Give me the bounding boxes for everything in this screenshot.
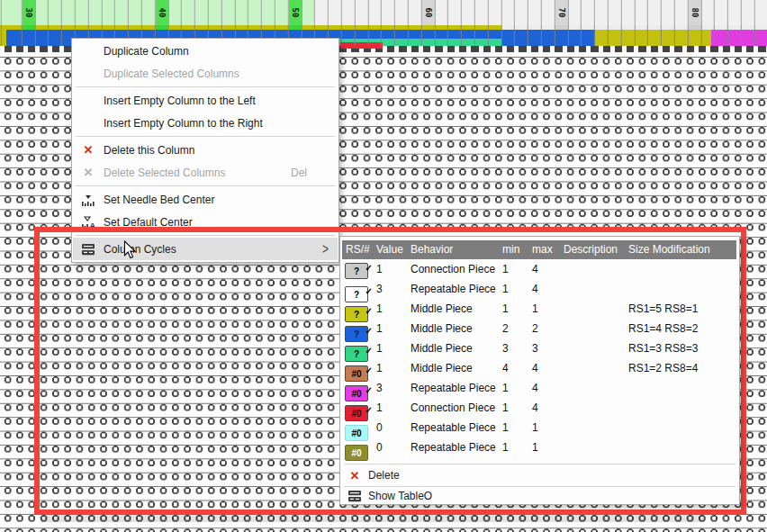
- delete-x-icon: ✕: [350, 470, 360, 482]
- cycle-row-3[interactable]: ?✓ 1Middle Piece11RS1=5 RS8=1: [342, 299, 736, 319]
- band-cell-blue: [501, 39, 595, 46]
- check-icon: ✓: [365, 286, 373, 296]
- table-icon: [81, 242, 96, 257]
- band-cell-olive: [0, 39, 6, 46]
- menu-item-delete-selected-columns[interactable]: ✕ Delete Selected Columns Del: [73, 161, 338, 184]
- delete-x-icon: ✕: [84, 144, 94, 156]
- cycles-table-header: RS/# Value Behavior min max Description …: [342, 240, 736, 259]
- needle-bed-center-icon: [81, 193, 95, 207]
- band-cell-magenta: [711, 30, 767, 39]
- menu-item-insert-column-right[interactable]: Insert Empty Column to the Right: [73, 112, 338, 134]
- cycle-row-8[interactable]: #0✓ 1Connection Piece14: [342, 398, 736, 418]
- band-cell-olive: [595, 39, 711, 46]
- cycle-color-chip: #0: [345, 445, 368, 461]
- cycle-row-7[interactable]: #0✓ 3Repeatable Piece14: [342, 378, 736, 398]
- check-icon: ✓: [365, 385, 373, 395]
- menu-item-delete-this-column[interactable]: ✕ Delete this Column: [73, 139, 338, 161]
- shortcut-label: O: [424, 490, 465, 502]
- check-icon: ✓: [365, 306, 373, 316]
- menu-item-column-cycles[interactable]: Column Cycles >: [73, 238, 338, 260]
- check-icon: ✓: [365, 365, 373, 375]
- cycle-row-1[interactable]: ?✓ 1Connection Piece14: [342, 259, 736, 279]
- band-cell-olive: [595, 30, 711, 39]
- submenu-arrow-icon: >: [322, 240, 338, 257]
- submenu-item-show-table[interactable]: Show Table O: [341, 488, 738, 503]
- selection-shadow: [41, 515, 704, 522]
- menu-separator: [76, 235, 335, 236]
- knitting-editor-window: 30 40 50 60 70 80 Duplicate Col: [0, 0, 767, 532]
- menu-item-set-needle-bed-center[interactable]: Set Needle Bed Center: [73, 188, 338, 211]
- menu-separator: [76, 86, 335, 87]
- svg-text:A: A: [90, 221, 96, 230]
- table-icon: [347, 489, 363, 503]
- menu-separator: [344, 486, 735, 487]
- check-icon: ✓: [365, 346, 373, 356]
- delete-x-icon: ✕: [84, 167, 94, 178]
- cycle-row-9[interactable]: #0 0Repeatable Piece11: [342, 418, 736, 437]
- menu-item-duplicate-selected-columns[interactable]: Duplicate Selected Columns: [73, 62, 338, 85]
- cycle-row-6[interactable]: #0✓ 1Middle Piece44RS1=2 RS8=4: [342, 358, 736, 378]
- column-context-menu: Duplicate Column Duplicate Selected Colu…: [71, 38, 339, 263]
- menu-item-insert-column-left[interactable]: Insert Empty Column to the Left: [73, 89, 338, 112]
- default-center-icon: A: [81, 215, 95, 230]
- cycle-row-10[interactable]: #0 0Repeatable Piece11: [342, 437, 736, 457]
- column-cycles-submenu: RS/# Value Behavior min max Description …: [339, 236, 740, 505]
- cycle-row-4[interactable]: ?✓ 1Middle Piece22RS1=4 RS8=2: [342, 319, 736, 338]
- check-icon: ✓: [365, 405, 373, 415]
- menu-separator: [76, 136, 335, 137]
- band-cell-olive: [0, 30, 6, 39]
- ruler-ticks: [0, 0, 767, 26]
- band-cell-magenta: [711, 39, 767, 46]
- band-cell-red: [340, 42, 383, 49]
- column-ruler[interactable]: 30 40 50 60 70 80: [0, 0, 767, 25]
- menu-separator: [344, 464, 735, 464]
- menu-separator: [76, 185, 335, 186]
- menu-item-duplicate-column[interactable]: Duplicate Column: [73, 40, 338, 62]
- shortcut-label: Del: [291, 167, 338, 179]
- cycle-row-2[interactable]: ?✓ 3Repeatable Piece14: [342, 279, 736, 299]
- menu-item-set-default-center[interactable]: A Set Default Center: [73, 211, 338, 233]
- check-icon: ✓: [365, 326, 373, 336]
- check-icon: ✓: [365, 263, 373, 273]
- cycle-row-5[interactable]: ?✓ 1Middle Piece33RS1=3 RS8=3: [342, 338, 736, 358]
- submenu-item-delete[interactable]: ✕ Delete: [341, 465, 738, 485]
